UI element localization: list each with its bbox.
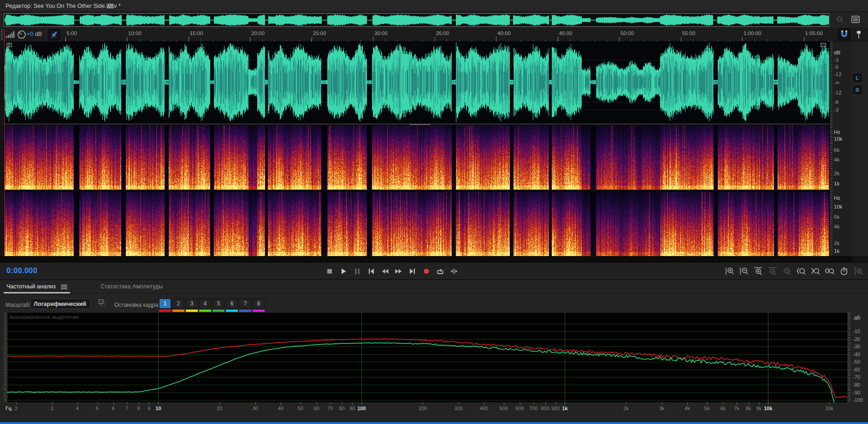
overview-waveform-canvas[interactable]	[4, 14, 829, 26]
hz-scale-label: 4k	[834, 157, 839, 162]
x-axis-tick	[520, 402, 520, 405]
zoom-in-horizontal-button[interactable]	[753, 265, 766, 277]
pin-playhead-button[interactable]	[48, 29, 60, 40]
scale-ticks	[830, 42, 833, 256]
volume-knob-icon[interactable]	[17, 30, 26, 39]
spectrogram-channel-1[interactable]	[4, 125, 829, 190]
toolbar-grip[interactable]	[1, 30, 3, 40]
x-axis-label: 80	[339, 406, 345, 411]
skim-playhead-button[interactable]	[450, 266, 462, 277]
x-axis-tick	[330, 402, 331, 405]
freeze-frame-button-3[interactable]: 3	[186, 299, 198, 309]
scale-label: Масштаб:	[6, 302, 31, 308]
vertical-scale-column: dB-3-6-12-∞-12-6-3 Hz10k6k4k2k1k Hz10k6k…	[829, 42, 852, 256]
freeze-frame-button-4[interactable]: 4	[199, 299, 211, 309]
x-axis-label: 8	[137, 406, 140, 411]
timeline-label: 1:05:00	[805, 30, 823, 36]
freeze-frame-swatch	[253, 310, 265, 312]
spectrogram-channel-2[interactable]	[4, 191, 829, 256]
waveform-display[interactable]	[4, 42, 829, 123]
freeze-frame-button-5[interactable]: 5	[213, 299, 224, 309]
overview-waveform[interactable]	[4, 13, 829, 27]
zoom-reset-button[interactable]	[782, 265, 794, 277]
zoom-amplitude-button[interactable]	[853, 265, 866, 277]
playhead[interactable]	[4, 30, 5, 256]
zoom-in-vertical-button[interactable]	[725, 265, 737, 277]
x-axis-label: 9	[148, 406, 150, 411]
x-axis-tick	[352, 402, 353, 405]
rewind-button[interactable]	[381, 266, 393, 277]
x-axis-label: 20k	[825, 406, 833, 411]
zoom-selection-button[interactable]	[825, 265, 837, 277]
x-axis-label: 400	[480, 406, 488, 411]
x-axis-label: 3	[51, 406, 53, 411]
channel-solo-button-r[interactable]: R	[853, 86, 862, 94]
audition-app: Редактор: See You On The Other Side.wav …	[0, 0, 868, 424]
zoom-out-horizontal-button[interactable]	[768, 265, 780, 277]
fast-forward-button[interactable]	[395, 266, 407, 277]
freeze-frame-button-2[interactable]: 2	[172, 299, 184, 309]
y-axis-label: -30	[853, 344, 860, 349]
gain-value: +0	[27, 31, 33, 37]
freeze-frame-button-8[interactable]: 8	[253, 299, 265, 309]
zoom-reset-icon[interactable]	[835, 15, 844, 24]
freeze-frame-button-7[interactable]: 7	[239, 299, 251, 309]
x-axis-tick	[127, 402, 127, 405]
tab-amplitude-statistics[interactable]: Статистика Амплитуды	[100, 280, 163, 293]
gain-readout[interactable]: +0 dB	[27, 31, 42, 37]
freeze-frame-button-1[interactable]: 1	[159, 299, 171, 309]
db-scale-label: -3	[834, 57, 838, 63]
panel-list-icon[interactable]	[851, 15, 860, 24]
freeze-frame-swatch	[226, 310, 238, 312]
waveform-canvas[interactable]	[4, 42, 829, 123]
freeze-frame-button-6[interactable]: 6	[226, 299, 238, 309]
record-button[interactable]	[422, 266, 434, 277]
play-button[interactable]	[339, 266, 351, 277]
x-axis-tick	[281, 402, 281, 405]
zoom-in-point-button[interactable]	[796, 265, 809, 277]
x-axis-tick	[219, 402, 220, 405]
timer-button[interactable]	[839, 265, 851, 277]
skip-to-end-button[interactable]	[408, 266, 420, 277]
frequency-chart: Анализированое выделение	[7, 313, 847, 402]
loop-playback-button[interactable]	[436, 266, 448, 277]
channel-button-column: LR	[852, 42, 868, 256]
x-axis-tick	[361, 402, 362, 405]
x-axis-label: 90	[349, 406, 355, 411]
x-axis-tick	[317, 402, 317, 405]
panel-menu-icon[interactable]	[107, 4, 113, 8]
hz-scale-label: 6k	[834, 214, 839, 220]
x-axis-tick	[459, 402, 459, 405]
spectrogram-canvas-1[interactable]	[4, 125, 829, 190]
x-axis-label: 5k	[704, 406, 710, 411]
time-display[interactable]: 0:00.000	[6, 267, 37, 275]
timeline-ruler[interactable]: 5:0010:0015:0020:0025:0030:0035:0040:004…	[4, 28, 829, 42]
corner-handle-icon[interactable]	[6, 43, 12, 47]
x-axis-label: 800	[541, 406, 549, 411]
stop-button[interactable]	[325, 266, 337, 277]
tab-frequency-analysis[interactable]: Частотный анализ	[6, 280, 67, 293]
tab-label: Статистика Амплитуды	[100, 283, 163, 290]
skip-to-start-button[interactable]	[367, 266, 379, 277]
channel-solo-button-l[interactable]: L	[853, 74, 862, 82]
tab-menu-icon[interactable]	[61, 285, 67, 289]
x-axis-tick	[158, 402, 159, 405]
pause-button[interactable]	[353, 266, 365, 277]
timeline-label: 10:00	[128, 30, 142, 36]
x-axis-tick	[565, 402, 565, 405]
snap-magnet-button[interactable]	[838, 29, 850, 40]
gain-unit: dB	[35, 31, 42, 37]
spectrogram-canvas-2[interactable]	[4, 191, 829, 256]
splitter-grip[interactable]	[409, 124, 431, 125]
timeline-label: 20:00	[251, 30, 265, 36]
zoom-out-vertical-button[interactable]	[739, 265, 751, 277]
x-axis-tick	[77, 402, 78, 405]
scale-dropdown[interactable]: Логарифмический	[30, 299, 90, 309]
corner-handle-icon[interactable]	[821, 43, 826, 47]
timeline-label: 35:00	[436, 30, 449, 36]
active-tab-underline	[4, 292, 70, 293]
db-scale-label: -∞	[834, 80, 839, 85]
marker-pin-icon[interactable]	[855, 30, 862, 39]
zoom-out-point-button[interactable]	[810, 265, 823, 277]
copy-snapshot-icon[interactable]	[99, 299, 106, 306]
